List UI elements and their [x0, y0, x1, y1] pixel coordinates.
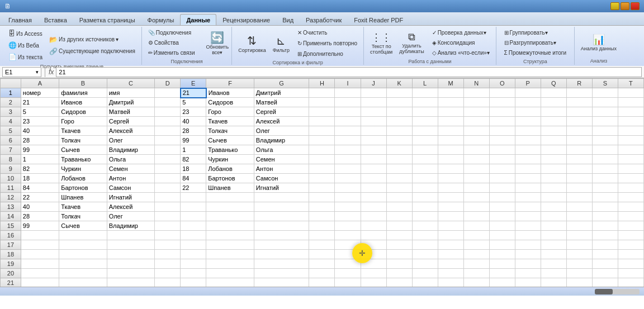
cell-E19[interactable]: [181, 259, 206, 269]
cell-M14[interactable]: [438, 212, 463, 221]
cell-M4[interactable]: [438, 117, 463, 126]
row-header-16[interactable]: 16: [1, 231, 21, 240]
cell-R11[interactable]: [566, 183, 592, 193]
cell-G17[interactable]: [254, 240, 309, 250]
cell-I1[interactable]: [335, 88, 361, 98]
tab-home[interactable]: Главная: [2, 14, 38, 25]
cell-P12[interactable]: [515, 193, 541, 202]
cell-C13[interactable]: Алексей: [107, 202, 155, 212]
cell-D5[interactable]: [155, 126, 181, 136]
cell-E3[interactable]: 23: [181, 107, 206, 117]
cell-A9[interactable]: 82: [21, 164, 59, 174]
cell-B6[interactable]: Толкач: [59, 136, 107, 145]
cell-R13[interactable]: [566, 202, 592, 212]
cell-B8[interactable]: Траванько: [59, 155, 107, 164]
cell-L5[interactable]: [412, 126, 438, 136]
cell-C18[interactable]: [107, 250, 155, 259]
cell-T14[interactable]: [618, 212, 643, 221]
row-header-10[interactable]: 10: [1, 174, 21, 183]
cell-H1[interactable]: [309, 88, 335, 98]
row-header-18[interactable]: 18: [1, 250, 21, 259]
cell-K3[interactable]: [386, 107, 412, 117]
cell-O15[interactable]: [489, 221, 515, 231]
minimize-button[interactable]: [610, 2, 619, 10]
cell-K18[interactable]: [386, 250, 412, 259]
col-header-J[interactable]: J: [361, 79, 386, 88]
cell-D1[interactable]: [155, 88, 181, 98]
cell-G2[interactable]: Матвей: [254, 98, 309, 107]
cell-S10[interactable]: [592, 174, 618, 183]
cell-C10[interactable]: Антон: [107, 174, 155, 183]
cell-T17[interactable]: [618, 240, 643, 250]
cell-B15[interactable]: Сычев: [59, 221, 107, 231]
cell-Q8[interactable]: [541, 155, 566, 164]
cell-S1[interactable]: [592, 88, 618, 98]
cell-T19[interactable]: [618, 259, 643, 269]
btn-advanced[interactable]: ⊞ Дополнительно: [295, 49, 360, 59]
cell-C3[interactable]: Матвей: [107, 107, 155, 117]
cell-J15[interactable]: [361, 221, 386, 231]
cell-C16[interactable]: [107, 231, 155, 240]
cell-N16[interactable]: [463, 231, 489, 240]
cell-A11[interactable]: 84: [21, 183, 59, 193]
cell-T4[interactable]: [618, 117, 643, 126]
col-header-S[interactable]: S: [592, 79, 618, 88]
cell-J19[interactable]: [361, 259, 386, 269]
cell-N13[interactable]: [463, 202, 489, 212]
cell-G13[interactable]: [254, 202, 309, 212]
row-header-13[interactable]: 13: [1, 202, 21, 212]
cell-R21[interactable]: [566, 278, 592, 287]
cell-C5[interactable]: Алексей: [107, 126, 155, 136]
cell-D21[interactable]: [155, 278, 181, 287]
col-header-T[interactable]: T: [618, 79, 643, 88]
cell-N8[interactable]: [463, 155, 489, 164]
cell-R1[interactable]: [566, 88, 592, 98]
cell-B18[interactable]: [59, 250, 107, 259]
cell-S16[interactable]: [592, 231, 618, 240]
cell-G10[interactable]: Самсон: [254, 174, 309, 183]
cell-O10[interactable]: [489, 174, 515, 183]
cell-L20[interactable]: [412, 269, 438, 278]
col-header-K[interactable]: K: [386, 79, 412, 88]
btn-connections[interactable]: 📎 Подключения: [145, 28, 204, 37]
tab-data[interactable]: Данные: [180, 14, 216, 25]
cell-A14[interactable]: 28: [21, 212, 59, 221]
row-header-7[interactable]: 7: [1, 145, 21, 155]
cell-N20[interactable]: [463, 269, 489, 278]
cell-H3[interactable]: [309, 107, 335, 117]
cell-O21[interactable]: [489, 278, 515, 287]
cell-T5[interactable]: [618, 126, 643, 136]
cell-G8[interactable]: Семен: [254, 155, 309, 164]
cell-F16[interactable]: [206, 231, 254, 240]
cell-S18[interactable]: [592, 250, 618, 259]
cell-G15[interactable]: [254, 221, 309, 231]
cell-P17[interactable]: [515, 240, 541, 250]
cell-G5[interactable]: Олег: [254, 126, 309, 136]
cell-P4[interactable]: [515, 117, 541, 126]
cell-I4[interactable]: [335, 117, 361, 126]
cell-O8[interactable]: [489, 155, 515, 164]
cell-O18[interactable]: [489, 250, 515, 259]
cell-P5[interactable]: [515, 126, 541, 136]
tab-insert[interactable]: Вставка: [38, 14, 73, 25]
cell-S9[interactable]: [592, 164, 618, 174]
cell-D11[interactable]: [155, 183, 181, 193]
cell-M19[interactable]: [438, 259, 463, 269]
cell-I20[interactable]: [335, 269, 361, 278]
cell-E20[interactable]: [181, 269, 206, 278]
cell-Q9[interactable]: [541, 164, 566, 174]
cell-C14[interactable]: Олег: [107, 212, 155, 221]
btn-clear[interactable]: ✕ Очистить: [295, 28, 360, 37]
cell-T15[interactable]: [618, 221, 643, 231]
cell-P14[interactable]: [515, 212, 541, 221]
cell-R14[interactable]: [566, 212, 592, 221]
col-header-L[interactable]: L: [412, 79, 438, 88]
cell-O14[interactable]: [489, 212, 515, 221]
cell-A13[interactable]: 40: [21, 202, 59, 212]
cell-L11[interactable]: [412, 183, 438, 193]
btn-existing-connections[interactable]: 🔗 Существующие подключения: [46, 46, 138, 57]
row-header-1[interactable]: 1: [1, 88, 21, 98]
cell-P16[interactable]: [515, 231, 541, 240]
cell-F12[interactable]: [206, 193, 254, 202]
cell-J1[interactable]: [361, 88, 386, 98]
